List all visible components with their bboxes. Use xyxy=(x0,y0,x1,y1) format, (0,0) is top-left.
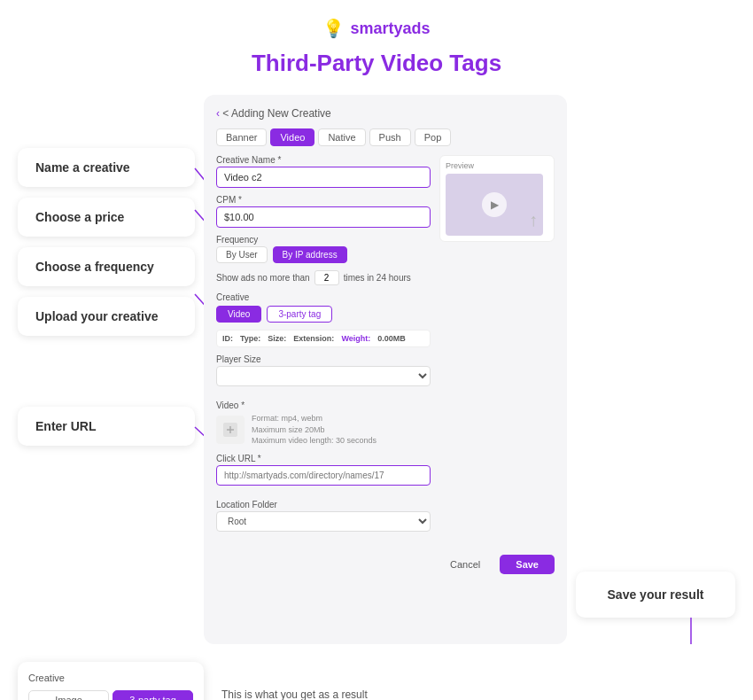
video-upload-icon[interactable] xyxy=(216,416,245,444)
creative-name-label: Creative Name * xyxy=(216,155,431,165)
creative-section: Creative Video 3-party tag ID: Type: Siz… xyxy=(216,292,431,347)
upload-overlay-icon: ↑ xyxy=(529,210,538,230)
click-url-label: Click URL * xyxy=(216,454,431,463)
player-size-label: Player Size xyxy=(216,354,431,364)
back-arrow[interactable]: ‹ xyxy=(216,107,220,120)
creative-info-row: ID: Type: Size: Extension: Weight: 0.00M… xyxy=(216,330,431,347)
bottom-area: Creative Image 3-party tag 3-party tags … xyxy=(18,662,735,700)
logo-accent: ads xyxy=(403,19,431,37)
info-id: ID: xyxy=(222,334,233,343)
form-tabs: Banner Video Native Push Pop xyxy=(216,128,555,146)
save-button[interactable]: Save xyxy=(500,555,555,574)
frequency-times-row: Show ads no more than times in 24 hours xyxy=(216,270,431,285)
frequency-buttons: By User By IP address xyxy=(216,246,431,263)
logo-icon: 💡 xyxy=(322,18,345,39)
click-url-input[interactable] xyxy=(216,465,431,486)
freq-suffix: times in 24 hours xyxy=(344,273,411,283)
bottom-tab-image[interactable]: Image xyxy=(28,690,109,700)
tab-video[interactable]: Video xyxy=(270,128,314,146)
freq-times-input[interactable] xyxy=(314,270,339,285)
header: 💡 smartyads Third-Party Video Tags xyxy=(18,18,735,77)
page-wrapper: 💡 smartyads Third-Party Video Tags Name … xyxy=(0,0,753,700)
bottom-tab-row: Image 3-party tag xyxy=(28,690,193,700)
save-result-box: Save your result xyxy=(576,572,735,618)
preview-label: Preview xyxy=(446,161,548,170)
freq-by-user[interactable]: By User xyxy=(216,246,268,263)
video-upload-info: Format: mp4, webm Maximum size 20Mb Maxi… xyxy=(252,413,376,447)
cancel-button[interactable]: Cancel xyxy=(438,555,493,574)
main-layout: Name a creative Choose a price Choose a … xyxy=(18,95,735,644)
cpm-label: CPM * xyxy=(216,195,431,205)
bottom-tab-3party[interactable]: 3-party tag xyxy=(113,690,193,700)
video-label: Video * xyxy=(216,401,431,410)
preview-play-btn[interactable]: ▶ xyxy=(482,192,507,217)
info-weight: Weight: xyxy=(341,334,370,343)
creative-type-buttons: Video 3-party tag xyxy=(216,306,431,323)
step-name-creative[interactable]: Name a creative xyxy=(18,148,195,187)
creative-type-3party[interactable]: 3-party tag xyxy=(267,306,332,323)
step-choose-price[interactable]: Choose a price xyxy=(18,198,195,237)
logo-plain: smarty xyxy=(350,19,402,37)
save-result-label: Save your result xyxy=(608,587,704,602)
form-footer: Cancel Save xyxy=(216,555,555,574)
freq-prefix: Show ads no more than xyxy=(216,273,310,283)
tab-pop[interactable]: Pop xyxy=(415,128,452,146)
info-type: Type: xyxy=(240,334,260,343)
result-area: This is what you get as a result xyxy=(221,688,368,700)
info-size: Size: xyxy=(268,334,286,343)
bottom-panel-label: Creative xyxy=(28,673,193,683)
location-select[interactable]: Root xyxy=(216,511,431,532)
tab-banner[interactable]: Banner xyxy=(216,128,267,146)
creative-section-label: Creative xyxy=(216,292,431,302)
form-right: Preview ▶ ↑ xyxy=(439,155,555,546)
form-left: Creative Name * CPM * Frequency By User … xyxy=(216,155,431,546)
step-enter-url[interactable]: Enter URL xyxy=(18,407,195,446)
tab-push[interactable]: Push xyxy=(369,128,411,146)
location-group: Location Folder Root xyxy=(216,500,431,539)
frequency-label: Frequency xyxy=(216,235,431,245)
step-choose-frequency[interactable]: Choose a frequency xyxy=(18,247,195,286)
form-body: Creative Name * CPM * Frequency By User … xyxy=(216,155,555,546)
frequency-group: Frequency By User By IP address Show ads… xyxy=(216,235,431,285)
cpm-group: CPM * xyxy=(216,195,431,228)
result-label: This is what you get as a result xyxy=(221,688,368,700)
video-upload-group: Video * Format: mp4, webm Maximum size xyxy=(216,401,431,447)
bottom-creative-panel: Creative Image 3-party tag 3-party tags … xyxy=(18,662,204,700)
right-panel: Save your result xyxy=(576,95,735,644)
logo-text: smartyads xyxy=(350,19,430,38)
preview-video-box: ▶ ↑ xyxy=(446,174,543,236)
click-url-group: Click URL * xyxy=(216,454,431,493)
tab-native[interactable]: Native xyxy=(318,128,365,146)
freq-by-ip[interactable]: By IP address xyxy=(273,246,347,263)
creative-name-group: Creative Name * xyxy=(216,155,431,188)
cpm-input[interactable] xyxy=(216,206,431,228)
preview-panel: Preview ▶ ↑ xyxy=(439,155,555,242)
info-extension: Extension: xyxy=(293,334,334,343)
player-size-group: Player Size xyxy=(216,354,431,393)
logo-area: 💡 smartyads xyxy=(18,18,735,39)
form-back-header: ‹ < Adding New Creative xyxy=(216,107,555,120)
info-weight-value: 0.00MB xyxy=(377,334,406,343)
page-title: Third-Party Video Tags xyxy=(18,50,735,77)
creative-name-input[interactable] xyxy=(216,167,431,188)
player-size-select[interactable] xyxy=(216,366,431,386)
center-form: ‹ < Adding New Creative Banner Video Nat… xyxy=(204,95,567,644)
video-upload-row: Format: mp4, webm Maximum size 20Mb Maxi… xyxy=(216,413,431,447)
left-steps: Name a creative Choose a price Choose a … xyxy=(18,95,195,644)
creative-type-video[interactable]: Video xyxy=(216,306,261,323)
step-upload-creative[interactable]: Upload your creative xyxy=(18,297,195,336)
location-label: Location Folder xyxy=(216,500,431,509)
